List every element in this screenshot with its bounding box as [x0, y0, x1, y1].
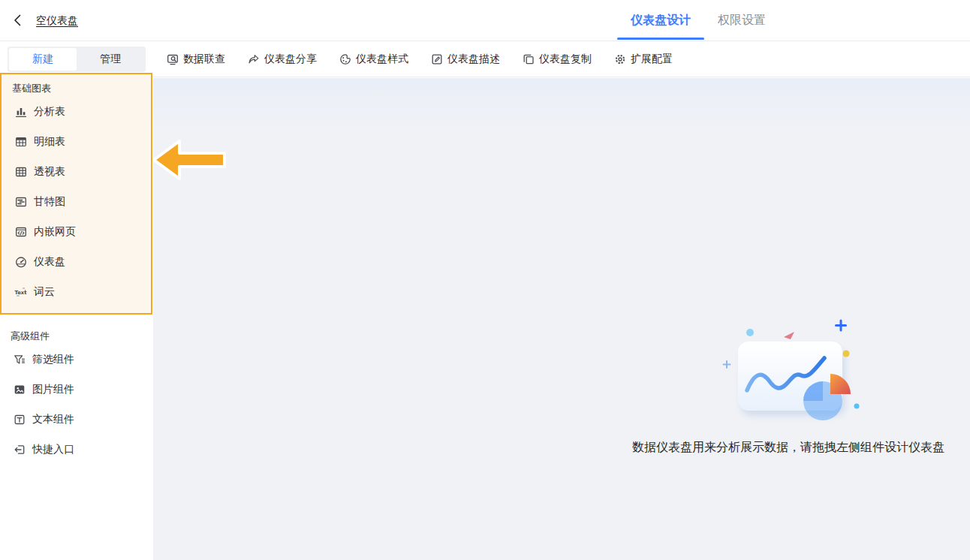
- toolbar-button-label: 仪表盘复制: [539, 53, 592, 66]
- toolbar-button-share[interactable]: 仪表盘分享: [248, 53, 317, 66]
- style-icon: [339, 53, 351, 65]
- pie-wedge-doodle: [830, 374, 851, 394]
- filter-icon: [13, 354, 26, 366]
- sidebar-item-image[interactable]: 图片组件: [0, 375, 153, 405]
- copy-icon: [523, 53, 535, 65]
- sidebar-item-label: 图片组件: [32, 383, 74, 396]
- sidebar-item-gantt[interactable]: 甘特图: [2, 187, 151, 217]
- shortcut-icon: [13, 444, 26, 456]
- gantt-icon: [14, 196, 27, 209]
- word-cloud-icon: Text: [14, 286, 27, 299]
- image-icon: [13, 384, 26, 396]
- header-tab-0[interactable]: 仪表盘设计: [617, 0, 704, 41]
- sidebar: 新建管理 基础图表分析表明细表透视表甘特图内嵌网页仪表盘Text词云高级组件筛选…: [0, 42, 153, 560]
- sidebar-item-label: 仪表盘: [34, 255, 65, 269]
- toolbar-button-data-query[interactable]: 数据联查: [167, 53, 225, 66]
- canvas[interactable]: 数据仪表盘用来分析展示数据，请拖拽左侧组件设计仪表盘: [153, 78, 970, 560]
- sidebar-item-filter[interactable]: 筛选组件: [0, 345, 153, 375]
- back-button[interactable]: [11, 13, 26, 28]
- data-query-icon: [167, 53, 179, 65]
- header-tab-1[interactable]: 权限设置: [704, 0, 779, 41]
- sidebar-section-title: 基础图表: [2, 79, 151, 97]
- sidebar-section: 高级组件筛选组件图片组件文本组件快捷入口: [0, 315, 153, 469]
- detail-table-icon: [14, 136, 27, 149]
- toolbar-button-style[interactable]: 仪表盘样式: [339, 53, 408, 66]
- sidebar-item-label: 内嵌网页: [34, 225, 76, 239]
- toolbar-button-label: 仪表盘描述: [447, 53, 500, 66]
- sidebar-tab-0[interactable]: 新建: [9, 48, 77, 71]
- bar-chart-icon: [14, 106, 27, 119]
- sidebar-tab-1[interactable]: 管理: [77, 48, 144, 71]
- toolbar-button-label: 数据联查: [183, 53, 225, 66]
- sidebar-item-label: 筛选组件: [32, 353, 74, 366]
- describe-icon: [431, 53, 443, 65]
- sidebar-item-label: 快捷入口: [32, 443, 74, 456]
- header: 空仪表盘 仪表盘设计权限设置: [0, 0, 970, 41]
- sidebar-item-gauge[interactable]: 仪表盘: [2, 247, 151, 277]
- sidebar-item-text[interactable]: 文本组件: [0, 405, 153, 435]
- dashboard-designer-app: 空仪表盘 仪表盘设计权限设置 数据联查仪表盘分享仪表盘样式仪表盘描述仪表盘复制扩…: [0, 0, 970, 560]
- decor-plus-large: [836, 321, 846, 330]
- gauge-icon: [14, 256, 27, 269]
- page-title[interactable]: 空仪表盘: [36, 14, 78, 28]
- sidebar-item-label: 分析表: [34, 105, 65, 119]
- empty-state: 数据仪表盘用来分析展示数据，请拖拽左侧组件设计仪表盘: [616, 315, 961, 456]
- share-icon: [248, 53, 260, 65]
- pivot-table-icon: [14, 166, 27, 179]
- sidebar-section: 基础图表分析表明细表透视表甘特图内嵌网页仪表盘Text词云: [0, 73, 152, 315]
- empty-hint-text: 数据仪表盘用来分析展示数据，请拖拽左侧组件设计仪表盘: [616, 440, 961, 456]
- sidebar-item-label: 透视表: [34, 165, 65, 179]
- toolbar-button-label: 仪表盘分享: [264, 53, 317, 66]
- toolbar: 数据联查仪表盘分享仪表盘样式仪表盘描述仪表盘复制扩展配置: [153, 42, 970, 77]
- sidebar-section-title: 高级组件: [0, 319, 153, 345]
- sidebar-item-detail-table[interactable]: 明细表: [2, 127, 151, 157]
- sidebar-item-label: 文本组件: [32, 413, 74, 426]
- settings-icon: [614, 53, 626, 65]
- toolbar-button-settings[interactable]: 扩展配置: [614, 53, 673, 66]
- dashboard-illustration: [702, 315, 875, 437]
- sidebar-item-pivot-table[interactable]: 透视表: [2, 157, 151, 187]
- decor-dot: [746, 329, 754, 336]
- toolbar-button-label: 仪表盘样式: [356, 53, 408, 66]
- sidebar-item-shortcut[interactable]: 快捷入口: [0, 435, 153, 465]
- toolbar-button-copy[interactable]: 仪表盘复制: [523, 53, 592, 66]
- header-tabs: 仪表盘设计权限设置: [617, 0, 779, 41]
- toolbar-button-describe[interactable]: 仪表盘描述: [431, 53, 500, 66]
- decor-dot: [854, 404, 860, 409]
- toolbar-button-label: 扩展配置: [631, 53, 673, 66]
- sidebar-item-embed-web[interactable]: 内嵌网页: [2, 217, 151, 247]
- decor-triangle: [784, 332, 794, 339]
- sidebar-item-word-cloud[interactable]: Text词云: [2, 277, 151, 307]
- sidebar-sections: 基础图表分析表明细表透视表甘特图内嵌网页仪表盘Text词云高级组件筛选组件图片组…: [0, 73, 153, 469]
- sidebar-item-bar-chart[interactable]: 分析表: [2, 97, 151, 127]
- decor-plus-small: [724, 361, 731, 368]
- sidebar-item-label: 明细表: [34, 135, 65, 149]
- text-icon: [13, 414, 26, 426]
- decor-dot: [843, 351, 850, 357]
- sidebar-item-label: 词云: [34, 285, 55, 299]
- sidebar-item-label: 甘特图: [34, 195, 65, 209]
- chevron-left-icon: [11, 13, 26, 28]
- sidebar-tabs: 新建管理: [8, 47, 146, 72]
- embed-web-icon: [14, 226, 27, 239]
